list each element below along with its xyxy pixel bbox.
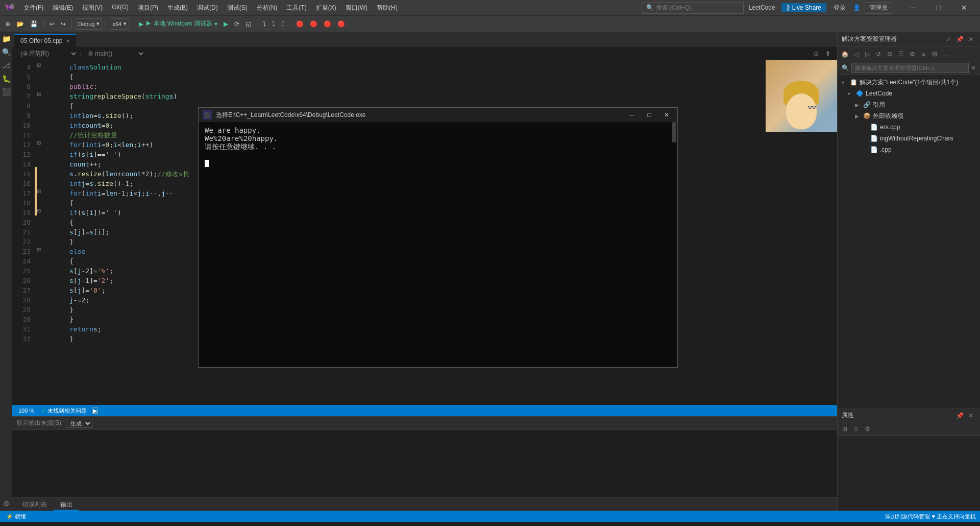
- toolbar-bp3[interactable]: 🔴: [322, 18, 333, 30]
- menu-file[interactable]: 文件(F): [19, 3, 47, 13]
- props-close[interactable]: ✕: [966, 411, 976, 421]
- status-zoom[interactable]: 100 %: [16, 408, 36, 414]
- run-icon: ▶: [139, 20, 143, 28]
- scope-dropdown[interactable]: (全局范围): [16, 48, 78, 59]
- maximize-button[interactable]: □: [927, 0, 950, 15]
- menu-tools[interactable]: 工具(T): [282, 3, 310, 13]
- menu-analyze[interactable]: 分析(N): [253, 3, 282, 13]
- console-min-btn[interactable]: ─: [625, 110, 639, 120]
- tree-item-file3[interactable]: ▶ 📄 .cpp: [838, 144, 980, 155]
- debug-step-over[interactable]: ⤵: [261, 18, 268, 30]
- editor-expand-btn[interactable]: ⬆: [823, 49, 833, 59]
- sol-search-clear[interactable]: ✕: [971, 64, 976, 71]
- toolbar-bp[interactable]: 🔴: [294, 18, 306, 30]
- tree-item-project[interactable]: ▾ 🔷 LeetCode: [838, 88, 980, 99]
- activity-git[interactable]: ⎇: [1, 60, 11, 70]
- debug-config-dropdown[interactable]: Debug ▾: [76, 18, 102, 30]
- tree-item-file2[interactable]: ▶ 📄 ingWithoutRepeatingChars: [838, 133, 980, 144]
- refs-label: 引用: [873, 101, 885, 109]
- continue-button[interactable]: ▶: [222, 18, 230, 30]
- menu-debug[interactable]: 调试(D): [193, 3, 222, 13]
- admin-button[interactable]: 管理员: [865, 2, 892, 14]
- toolbar-redo[interactable]: ↪: [59, 18, 68, 30]
- sol-fwd[interactable]: ▷: [862, 49, 872, 59]
- toolbar-new[interactable]: ⊕: [3, 18, 12, 30]
- function-dropdown[interactable]: ⚙ main(): [84, 48, 145, 59]
- menu-git[interactable]: Git(G): [108, 3, 133, 13]
- sol-props[interactable]: ≡: [918, 49, 928, 59]
- activity-settings[interactable]: ⚙: [1, 498, 11, 509]
- tree-item-file1[interactable]: ▶ 📄 ers.cpp: [838, 122, 980, 133]
- sol-show-all[interactable]: ☰: [896, 49, 906, 59]
- props-header: 属性 📌 ✕: [838, 409, 980, 422]
- activity-explorer[interactable]: 📁: [1, 34, 11, 44]
- title-search[interactable]: 🔍 搜索 (Ctrl+Q): [642, 2, 744, 14]
- run-button[interactable]: ▶ ▶ 本地 Windows 调试器 ▾: [137, 18, 219, 30]
- sol-back[interactable]: ◁: [851, 49, 861, 59]
- activity-ext[interactable]: ⬛: [1, 87, 11, 97]
- menu-window[interactable]: 窗口(W): [341, 3, 372, 13]
- sol-btn-pin[interactable]: 📌: [954, 34, 965, 44]
- toolbar-open[interactable]: 📂: [14, 18, 26, 30]
- sol-dots[interactable]: …: [941, 49, 951, 59]
- props-btn2[interactable]: ≡: [851, 424, 861, 434]
- console-max-btn[interactable]: □: [643, 110, 656, 120]
- tree-item-externaldeps[interactable]: ▶ 📦 外部依赖项: [838, 110, 980, 122]
- sol-refresh[interactable]: ↺: [873, 49, 884, 59]
- debug-step-out[interactable]: ⤴: [279, 18, 286, 30]
- login-button[interactable]: 登录: [830, 4, 849, 12]
- menu-test[interactable]: 测试(S): [223, 3, 252, 13]
- status-right: 添加到源代码管理 ♥ 正在支持向量机: [885, 513, 976, 520]
- panel-tab-errors[interactable]: 错误列表: [16, 499, 53, 511]
- toolbar-btn2[interactable]: ⟳: [232, 18, 241, 30]
- menu-edit[interactable]: 编辑(E): [48, 3, 77, 13]
- sol-btn-close2[interactable]: ✕: [966, 34, 976, 44]
- activity-search[interactable]: 🔍: [1, 47, 11, 57]
- sol-home[interactable]: 🏠: [840, 49, 850, 59]
- toolbar-undo[interactable]: ↩: [47, 18, 57, 30]
- menu-project[interactable]: 项目(P): [134, 3, 162, 13]
- activity-debug[interactable]: 🐛: [1, 74, 11, 84]
- toolbar-bp4[interactable]: 🔴: [335, 18, 347, 30]
- output-source-dropdown[interactable]: 生成: [66, 419, 92, 428]
- solution-search-input[interactable]: [851, 63, 969, 73]
- editor-tab-active[interactable]: 05 Offer 05.cpp ✕: [14, 34, 76, 47]
- solution-icon: 📋: [850, 79, 857, 86]
- tab-close-icon[interactable]: ✕: [66, 38, 70, 44]
- sol-btn-collapse[interactable]: ⤢: [943, 34, 953, 44]
- sol-filter[interactable]: ⧉: [885, 49, 895, 59]
- editor-split-btn[interactable]: ⧉: [811, 49, 821, 59]
- console-scrollbar[interactable]: [671, 122, 677, 367]
- menu-ext[interactable]: 扩展(X): [312, 3, 340, 13]
- menu-build[interactable]: 生成(B): [163, 3, 192, 13]
- toolbar-save-all[interactable]: 💾: [28, 18, 40, 30]
- close-button[interactable]: ✕: [952, 0, 976, 15]
- console-content[interactable]: We are happy. We%20are%20happy. 请按任意键继续.…: [199, 122, 671, 367]
- toolbar-btn3[interactable]: ◱: [243, 18, 253, 30]
- sol-pin2[interactable]: ⊞: [929, 49, 940, 59]
- status-ready[interactable]: ⚡ 就绪: [4, 513, 28, 520]
- debug-step-in[interactable]: ⤵: [270, 18, 277, 30]
- menu-help[interactable]: 帮助(H): [373, 3, 402, 13]
- tree-item-references[interactable]: ▶ 🔗 引用: [838, 99, 980, 110]
- toolbar-bp2[interactable]: 🔴: [308, 18, 320, 30]
- minimize-button[interactable]: ─: [901, 0, 925, 15]
- file2-icon: 📄: [870, 135, 878, 142]
- console-window: ⬛ 选择E:\C++_Learn\LeetCode\x64\Debug\Leet…: [198, 107, 678, 368]
- props-pin[interactable]: 📌: [954, 411, 965, 421]
- live-share-button[interactable]: ⟫ Live Share: [781, 3, 826, 12]
- arch-arrow-icon: ▾: [124, 20, 127, 27]
- sep2: [71, 19, 72, 29]
- panel-tab-output[interactable]: 输出: [54, 499, 79, 511]
- props-btn3[interactable]: ⚙: [862, 424, 872, 434]
- menu-view[interactable]: 视图(V): [78, 3, 107, 13]
- solution-title: 解决方案资源管理器: [842, 35, 897, 43]
- panel-tabs: 错误列表 输出: [12, 497, 837, 511]
- status-check[interactable]: ✓ 未找到相关问题: [39, 407, 89, 415]
- sol-settings[interactable]: ⚙: [907, 49, 917, 59]
- status-scroll-btn[interactable]: ▶: [92, 408, 98, 414]
- props-btn1[interactable]: ⊞: [840, 424, 850, 434]
- console-close-btn[interactable]: ✕: [660, 110, 673, 120]
- arch-dropdown[interactable]: x64 ▾: [110, 18, 129, 30]
- tree-item-solution[interactable]: ▾ 📋 解决方案"LeetCode"(1个项目/共1个): [838, 77, 980, 88]
